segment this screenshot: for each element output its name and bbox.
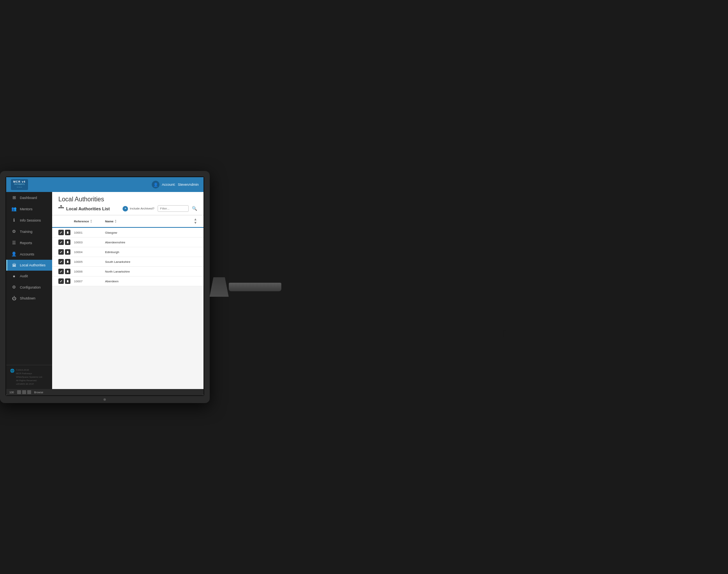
- sort-arrows-reference[interactable]: ▲ ▼: [90, 219, 92, 223]
- row-action-icons: [58, 249, 74, 255]
- row-name: North Lanarkshire: [105, 270, 197, 273]
- row-name: Edinburgh: [105, 250, 197, 254]
- edit-icon[interactable]: [58, 269, 64, 274]
- edit-icon[interactable]: [58, 278, 64, 284]
- include-archived-label: Include Archived?: [130, 207, 154, 210]
- delete-icon[interactable]: [65, 230, 70, 235]
- main-content: Local Authorities: [52, 192, 203, 389]
- footer-line1: ©2016-2018: [16, 368, 43, 372]
- row-action-icons: [58, 230, 74, 235]
- sidebar-icon-audit: ●: [11, 274, 17, 278]
- sidebar-label-accounts: Accounts: [20, 252, 34, 256]
- row-reference: 10006: [74, 270, 105, 273]
- sidebar-label-local-authorities: Local Authorities: [20, 263, 46, 267]
- row-reference: 10001: [74, 231, 105, 234]
- sidebar-icon-shutdown: ⏻: [11, 296, 17, 301]
- logo-area: MCR v4 PATHWAYS ~~~: [11, 179, 28, 190]
- row-name: Aberdeenshire: [105, 241, 197, 244]
- col-header-name[interactable]: Name ▲ ▼: [105, 219, 194, 223]
- sidebar-label-audit: Audit: [20, 274, 28, 278]
- sidebar-item-shutdown[interactable]: ⏻ Shutdown: [6, 293, 52, 304]
- row-name: Aberdeen: [105, 280, 197, 283]
- account-area[interactable]: 👤 Account: StevenAdmin: [152, 181, 199, 188]
- sidebar-label-reports: Reports: [20, 241, 32, 245]
- status-icon-3: [27, 390, 31, 394]
- account-user: StevenAdmin: [178, 183, 199, 187]
- zoom-level: 100: [9, 391, 14, 394]
- sidebar-label-dashboard: Dashboard: [20, 196, 37, 200]
- svg-rect-0: [60, 205, 62, 206]
- sidebar-label-info-sessions: Info Sessions: [20, 218, 41, 222]
- sidebar-item-mentors[interactable]: 👥 Mentors: [6, 203, 52, 215]
- sidebar-item-accounts[interactable]: 👤 Accounts: [6, 248, 52, 260]
- edit-icon[interactable]: [58, 249, 64, 255]
- sidebar-item-info-sessions[interactable]: ℹ Info Sessions: [6, 215, 52, 226]
- edit-icon[interactable]: [58, 259, 64, 264]
- sidebar-item-training[interactable]: ⚙ Training: [6, 226, 52, 237]
- sidebar-icon-mentors: 👥: [11, 206, 17, 211]
- globe-icon: 🌐: [10, 368, 14, 374]
- table-row: 10006 North Lanarkshire: [52, 267, 203, 276]
- include-archived-icon: +: [123, 206, 128, 211]
- footer-line3: WhiteSpace Systems Ltd.: [16, 375, 43, 379]
- search-button[interactable]: 🔍: [192, 206, 197, 211]
- row-action-icons: [58, 239, 74, 245]
- row-reference: 10007: [74, 280, 105, 283]
- col-sort-right[interactable]: ▲ ▼: [194, 218, 197, 225]
- sidebar: ⊞ Dashboard 👥 Mentors ℹ Info Sessions ⚙ …: [6, 192, 52, 389]
- list-header: Local Authorities List + Include Archive…: [58, 205, 197, 212]
- logo-title: MCR v4: [13, 180, 26, 183]
- page-header: Local Authorities: [52, 192, 203, 215]
- list-header-title: Local Authorities List: [66, 206, 110, 211]
- sidebar-item-configuration[interactable]: ⚙ Configuration: [6, 282, 52, 293]
- sidebar-icon-reports: ☰: [11, 240, 17, 245]
- edit-icon[interactable]: [58, 230, 64, 235]
- org-chart-icon: [58, 205, 64, 212]
- page-title: Local Authorities: [58, 196, 197, 203]
- table-row: 10007 Aberdeen: [52, 276, 203, 286]
- sidebar-item-dashboard[interactable]: ⊞ Dashboard: [6, 192, 52, 203]
- account-label: Account:: [162, 183, 175, 187]
- footer-line4: All Rights Reserved.: [16, 379, 43, 382]
- footer-line2: MCR Pathways: [16, 372, 43, 375]
- delete-icon[interactable]: [65, 269, 70, 274]
- logo-box: MCR v4 PATHWAYS ~~~: [11, 179, 28, 190]
- row-reference: 10005: [74, 260, 105, 264]
- footer-line5: v201805.30.1537: [16, 382, 43, 386]
- status-icon-2: [22, 390, 26, 394]
- row-action-icons: [58, 278, 74, 284]
- sort-arrows-name[interactable]: ▲ ▼: [115, 219, 117, 223]
- include-archived-toggle[interactable]: + Include Archived?: [123, 206, 154, 211]
- sidebar-item-local-authorities[interactable]: 🏛 Local Authorities: [6, 260, 52, 271]
- list-controls: + Include Archived? 🔍: [123, 205, 197, 212]
- edit-icon[interactable]: [58, 239, 64, 245]
- sidebar-label-training: Training: [20, 230, 32, 234]
- table-header-row: Reference ▲ ▼ Name ▲ ▼: [52, 215, 203, 228]
- sidebar-icon-local-authorities: 🏛: [11, 263, 17, 268]
- col-header-reference[interactable]: Reference ▲ ▼: [74, 219, 105, 223]
- sidebar-label-shutdown: Shutdown: [20, 296, 35, 300]
- delete-icon[interactable]: [65, 239, 70, 245]
- sidebar-item-reports[interactable]: ☰ Reports: [6, 237, 52, 248]
- table-row: 10001 Glasgow: [52, 228, 203, 238]
- row-name: South Lanarkshire: [105, 260, 197, 264]
- row-reference: 10004: [74, 250, 105, 254]
- sidebar-icon-info-sessions: ℹ: [11, 218, 17, 223]
- filter-input[interactable]: [158, 205, 189, 212]
- account-icon: 👤: [152, 181, 160, 188]
- delete-icon[interactable]: [65, 259, 70, 264]
- delete-icon[interactable]: [65, 249, 70, 255]
- sidebar-icon-training: ⚙: [11, 229, 17, 234]
- sidebar-item-audit[interactable]: ● Audit: [6, 271, 52, 282]
- sidebar-footer: 🌐 ©2016-2018 MCR Pathways WhiteSpace Sys…: [6, 365, 52, 389]
- row-action-icons: [58, 269, 74, 274]
- delete-icon[interactable]: [65, 278, 70, 284]
- sidebar-label-configuration: Configuration: [20, 285, 41, 289]
- table-row: 10005 South Lanarkshire: [52, 257, 203, 267]
- browse-mode: Browse: [34, 391, 43, 394]
- top-bar: MCR v4 PATHWAYS ~~~ 👤 Account: StevenAdm…: [6, 177, 203, 192]
- row-reference: 10003: [74, 241, 105, 244]
- data-table: Reference ▲ ▼ Name ▲ ▼: [52, 215, 203, 286]
- status-icon-1: [17, 390, 21, 394]
- row-name: Glasgow: [105, 231, 197, 234]
